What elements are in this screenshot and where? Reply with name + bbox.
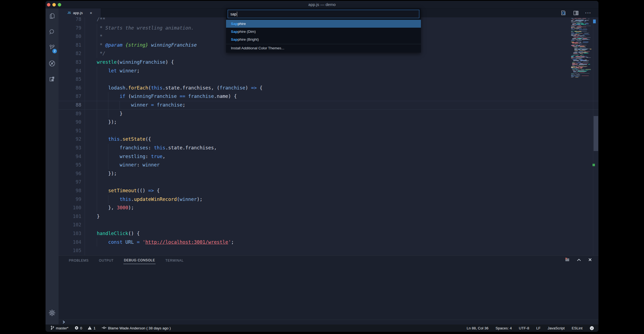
- panel-tab-terminal[interactable]: TERMINAL: [165, 256, 184, 264]
- status-indentation[interactable]: Spaces: 4: [495, 326, 512, 330]
- panel-tabs: PROBLEMSOUTPUTDEBUG CONSOLETERMINAL: [59, 256, 598, 265]
- line-number: 100: [59, 204, 81, 212]
- code-line-96[interactable]: 96 });: [59, 169, 598, 178]
- tab-app-js[interactable]: JS app.js ×: [59, 8, 101, 17]
- code-line-105[interactable]: 105: [59, 246, 598, 255]
- quick-picker-item-2[interactable]: Sapphire (Bright): [226, 36, 421, 43]
- open-preview-icon[interactable]: [560, 10, 567, 16]
- debug-console-input[interactable]: [59, 320, 598, 325]
- text-caret: [237, 12, 237, 17]
- close-panel-icon[interactable]: [588, 258, 592, 263]
- status-language[interactable]: JavaScript: [548, 326, 565, 330]
- code-text: winner = franchise;: [85, 101, 185, 110]
- code-line-87[interactable]: 87 if (winningFranchise == franchise.nam…: [59, 92, 598, 101]
- line-number: 87: [59, 92, 81, 101]
- code-line-84[interactable]: 84 let winner;: [59, 67, 598, 75]
- extensions-icon: [48, 75, 56, 83]
- clear-console-icon[interactable]: [565, 258, 570, 263]
- code-text: }, 3000);: [85, 204, 134, 212]
- code-text: }: [85, 212, 100, 221]
- code-line-100[interactable]: 100 }, 3000);: [59, 204, 598, 212]
- tab-close-icon[interactable]: ×: [90, 11, 92, 15]
- code-line-92[interactable]: 92 this.setState({: [59, 135, 598, 144]
- vscode-window: app.js — demo: [46, 1, 598, 332]
- minimap[interactable]: [571, 18, 593, 83]
- quick-picker-input[interactable]: sap: [228, 10, 419, 18]
- code-line-94[interactable]: 94 wrestling: true,: [59, 152, 598, 161]
- code-line-85[interactable]: 85: [59, 75, 598, 84]
- sidebar-item-extensions[interactable]: [46, 71, 59, 87]
- split-editor-icon[interactable]: [573, 10, 579, 16]
- quick-picker-item-1[interactable]: Sapphire (Dim): [226, 28, 421, 36]
- line-number: 94: [59, 152, 81, 161]
- quick-picker-item-0[interactable]: Sapphire: [226, 20, 421, 28]
- files-icon: [48, 12, 56, 20]
- status-blame[interactable]: Blame Wade Anderson ( 38 days ago ): [102, 326, 171, 330]
- line-number: 88: [59, 101, 81, 110]
- code-line-91[interactable]: 91: [59, 127, 598, 135]
- more-actions-icon[interactable]: ···: [585, 10, 591, 16]
- git-branch-icon: [50, 326, 54, 331]
- code-line-90[interactable]: 90 });: [59, 118, 598, 127]
- code-line-88[interactable]: 88 winner = franchise;: [59, 101, 598, 110]
- code-line-83[interactable]: 83 wrestle(winningFranchise) {: [59, 58, 598, 67]
- line-number: 96: [59, 169, 81, 178]
- code-editor[interactable]: 78 /**79 * Starts the wrestling animatio…: [59, 17, 598, 255]
- status-problems[interactable]: 0 1: [75, 326, 96, 331]
- editor-scrollbar-thumb[interactable]: [594, 116, 598, 151]
- quick-picker: sap SapphireSapphire (Dim)Sapphire (Brig…: [226, 8, 421, 53]
- panel-tab-debug-console[interactable]: DEBUG CONSOLE: [123, 256, 156, 264]
- error-icon: [75, 326, 79, 331]
- code-line-98[interactable]: 98 setTimeout(() => {: [59, 187, 598, 195]
- code-line-86[interactable]: 86 lodash.forEach(this.state.franchises,…: [59, 84, 598, 92]
- code-line-95[interactable]: 95 winner: winner: [59, 161, 598, 169]
- git-commit-icon: [102, 326, 107, 330]
- sidebar-item-source-control[interactable]: 2: [46, 40, 59, 56]
- code-text: winner: winner: [85, 161, 160, 169]
- code-text: * @param {string} winningFranchise: [85, 41, 197, 50]
- repl-prompt-icon: [62, 320, 66, 325]
- sidebar-item-settings[interactable]: [46, 305, 59, 321]
- code-line-101[interactable]: 101 }: [59, 212, 598, 221]
- panel-tab-output[interactable]: OUTPUT: [98, 256, 114, 264]
- line-number: 82: [59, 49, 81, 58]
- search-icon: [48, 28, 56, 36]
- status-encoding[interactable]: UTF-8: [519, 326, 529, 330]
- window-title: app.js — demo: [46, 1, 598, 8]
- code-line-104[interactable]: 104 const URL = 'http://localhost:3001/w…: [59, 238, 598, 247]
- status-branch[interactable]: master*: [50, 326, 69, 331]
- code-line-97[interactable]: 97: [59, 178, 598, 187]
- line-number: 86: [59, 84, 81, 92]
- code-line-103[interactable]: 103 handleClick() {: [59, 229, 598, 238]
- quick-picker-query: sap: [230, 12, 237, 16]
- code-line-89[interactable]: 89 }: [59, 110, 598, 118]
- javascript-file-icon: JS: [67, 11, 71, 14]
- install-additional-themes-item[interactable]: Install Additional Color Themes...: [226, 44, 421, 52]
- titlebar: app.js — demo: [46, 1, 598, 8]
- feedback-smiley-icon[interactable]: [590, 326, 594, 330]
- line-number: 105: [59, 246, 81, 255]
- status-cursor-position[interactable]: Ln 88, Col 36: [467, 326, 488, 330]
- indent-guide: [97, 75, 97, 84]
- code-text: let winner;: [85, 67, 140, 75]
- panel-tab-problems[interactable]: PROBLEMS: [68, 256, 89, 264]
- maximize-panel-icon[interactable]: [577, 258, 581, 263]
- line-number: 95: [59, 161, 81, 169]
- code-line-99[interactable]: 99 this.updateWinRecord(winner);: [59, 195, 598, 204]
- status-bar: master* 0: [46, 325, 598, 332]
- line-number: 79: [59, 24, 81, 33]
- code-text: * Starts the wrestling animation.: [85, 24, 194, 33]
- status-eol[interactable]: LF: [536, 326, 540, 330]
- code-line-93[interactable]: 93 franchises: this.state.franchises,: [59, 144, 598, 152]
- line-number: 85: [59, 75, 81, 84]
- code-text: setTimeout(() => {: [85, 187, 160, 195]
- code-line-102[interactable]: 102: [59, 221, 598, 229]
- line-number: 102: [59, 221, 81, 229]
- error-count: 0: [80, 326, 82, 330]
- sidebar-item-search[interactable]: [46, 24, 59, 40]
- sidebar-item-explorer[interactable]: [46, 8, 59, 24]
- sidebar-item-debug[interactable]: [46, 56, 59, 71]
- scm-badge: 2: [52, 49, 57, 53]
- line-number: 97: [59, 178, 81, 187]
- status-eslint[interactable]: ESLint: [572, 326, 582, 330]
